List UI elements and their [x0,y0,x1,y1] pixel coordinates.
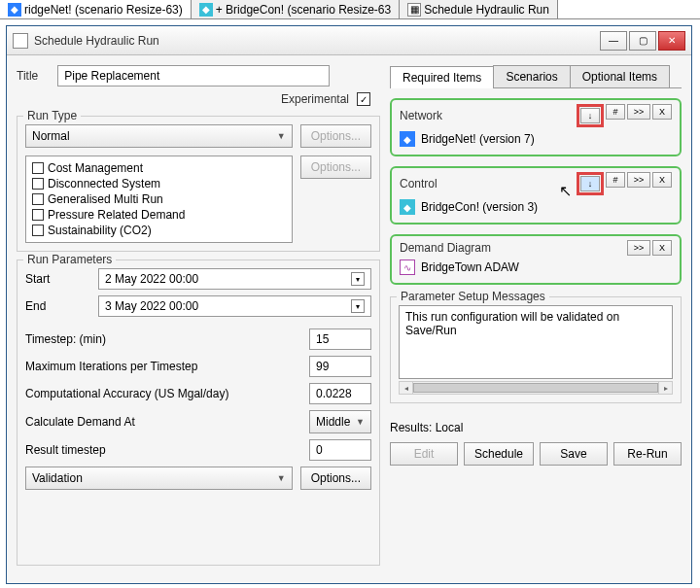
start-datetime-input[interactable]: 2 May 2022 00:00 ▾ [98,268,371,290]
card-fwd-button[interactable]: >> [627,172,650,188]
save-button[interactable]: Save [540,442,608,466]
messages-legend: Parameter Setup Messages [397,290,549,303]
window-title: Schedule Hydraulic Run [34,34,598,48]
rerun-button[interactable]: Re-Run [613,442,682,466]
flag-generalised-multi-run[interactable]: Generalised Multi Run [32,191,286,207]
calendar-icon[interactable]: ▾ [351,299,365,313]
accuracy-label: Computational Accuracy (US Mgal/day) [25,387,309,400]
flag-sustainability[interactable]: Sustainability (CO2) [32,223,286,238]
flag-pressure-related-demand[interactable]: Pressure Related Demand [32,207,286,223]
network-title: Network [400,109,442,122]
timestep-input[interactable] [309,329,371,350]
chevron-down-icon: ▼ [277,473,286,483]
control-card: Control ↓ # >> X ◆ BridgeCon! (version 3… [390,166,682,225]
run-type-options-button[interactable]: Options... [300,124,371,148]
maximize-button[interactable]: ▢ [629,31,656,51]
messages-group: Parameter Setup Messages This run config… [390,296,682,403]
run-parameters-group: Run Parameters Start 2 May 2022 00:00 ▾ … [17,259,380,566]
calcdemand-select[interactable]: Middle▼ [309,410,371,433]
title-bar: Schedule Hydraulic Run — ▢ ✕ [7,26,691,55]
app-tab-bridgenet[interactable]: ◆ ridgeNet! (scenario Resize-63) [0,0,192,18]
calendar-icon[interactable]: ▾ [351,272,365,286]
run-parameters-legend: Run Parameters [23,253,116,266]
tab-label: + BridgeCon! (scenario Resize-63 [216,3,391,17]
demand-body: BridgeTown ADAW [421,260,519,274]
demand-icon: ∿ [400,259,415,275]
results-label: Results: Local [390,421,463,434]
tab-label: Schedule Hydraulic Run [424,3,549,17]
card-fwd-button[interactable]: >> [627,104,650,120]
network-body: BridgeNet! (version 7) [421,132,535,146]
control-title: Control [400,177,438,190]
card-hash-button[interactable]: # [606,104,625,120]
flag-cost-management[interactable]: Cost Management [32,160,286,176]
card-close-button[interactable]: X [652,172,672,188]
experimental-checkbox[interactable]: ✓ [357,92,370,106]
validation-options-button[interactable]: Options... [300,467,371,490]
tab-required-items[interactable]: Required Items [390,66,494,88]
network-icon: ◆ [400,131,415,147]
scroll-left-icon[interactable]: ◂ [400,382,413,394]
maxiter-input[interactable] [309,356,371,377]
card-down-button[interactable]: ↓ [580,176,600,191]
chevron-down-icon: ▼ [356,417,365,427]
highlight-box: ↓ [577,172,604,195]
result-ts-label: Result timestep [25,443,309,457]
title-label: Title [17,69,38,83]
scroll-right-icon[interactable]: ▸ [658,382,672,394]
schedule-icon: ▦ [407,3,421,17]
tab-label: ridgeNet! (scenario Resize-63) [24,3,183,17]
minimize-button[interactable]: — [600,31,627,51]
run-type-select[interactable]: Normal ▼ [25,124,293,148]
app-tab-schedule[interactable]: ▦ Schedule Hydraulic Run [400,0,558,18]
network-card: Network ↓ # >> X ◆ BridgeNet! (version 7… [390,98,682,156]
scroll-thumb[interactable] [413,383,658,393]
window-icon [13,33,28,49]
experimental-label: Experimental [281,92,349,106]
end-datetime-input[interactable]: 3 May 2022 00:00 ▾ [98,295,371,317]
messages-textarea[interactable]: This run configuration will be validated… [399,305,673,379]
run-type-legend: Run Type [23,109,81,122]
flags-options-button[interactable]: Options... [300,156,371,179]
control-icon: ◆ [400,199,415,215]
network-icon: ◆ [8,3,21,17]
schedule-button[interactable]: Schedule [464,442,534,466]
run-type-value: Normal [32,129,70,143]
control-body: BridgeCon! (version 3) [421,200,538,214]
timestep-label: Timestep: (min) [25,332,309,346]
card-down-button[interactable]: ↓ [580,108,600,123]
edit-button[interactable]: Edit [390,442,458,466]
app-tab-bar: ◆ ridgeNet! (scenario Resize-63) ◆ + Bri… [0,0,700,19]
control-icon: ◆ [199,3,213,17]
title-input[interactable] [57,65,330,86]
flags-list: Cost Management Disconnected System Gene… [25,156,293,243]
right-tabs: Required Items Scenarios Optional Items [390,65,682,88]
flag-disconnected-system[interactable]: Disconnected System [32,176,286,191]
result-ts-input[interactable] [309,439,371,461]
horizontal-scrollbar[interactable]: ◂ ▸ [399,381,673,395]
highlight-box: ↓ [577,104,604,127]
validation-select[interactable]: Validation▼ [25,467,293,490]
demand-card: Demand Diagram >> X ∿ BridgeTown ADAW [390,234,682,285]
card-close-button[interactable]: X [652,104,672,120]
maxiter-label: Maximum Iterations per Timestep [25,360,309,373]
card-fwd-button[interactable]: >> [627,240,650,256]
tab-scenarios[interactable]: Scenarios [493,65,570,87]
close-button[interactable]: ✕ [658,31,685,51]
tab-optional-items[interactable]: Optional Items [570,65,670,87]
end-label: End [25,299,98,313]
card-close-button[interactable]: X [652,240,672,256]
dialog-window: Schedule Hydraulic Run — ▢ ✕ Title Exper… [6,25,692,584]
calcdemand-label: Calculate Demand At [25,415,309,429]
run-type-group: Run Type Normal ▼ Options... Cost Manage… [17,116,380,252]
app-tab-bridgecon[interactable]: ◆ + BridgeCon! (scenario Resize-63 [192,0,400,18]
start-label: Start [25,272,98,286]
accuracy-input[interactable] [309,383,371,404]
chevron-down-icon: ▼ [277,131,286,141]
demand-title: Demand Diagram [400,241,491,255]
card-hash-button[interactable]: # [606,172,625,188]
